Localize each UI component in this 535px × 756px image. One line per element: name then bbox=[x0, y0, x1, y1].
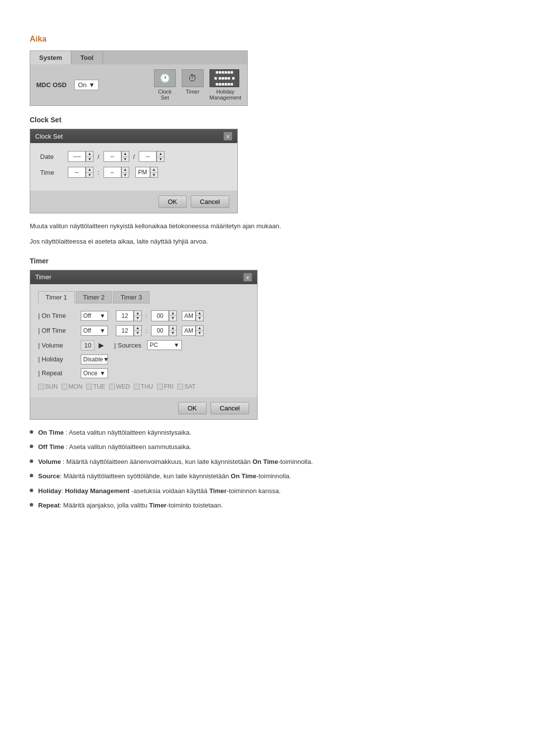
volume-label: | Volume bbox=[38, 342, 78, 349]
on-min-down[interactable]: ▼ bbox=[169, 316, 176, 321]
clock-set-ok[interactable]: OK bbox=[159, 196, 187, 208]
date-down2[interactable]: ▼ bbox=[122, 157, 129, 162]
wed-checkbox[interactable] bbox=[109, 384, 115, 390]
time-val1[interactable]: -- bbox=[68, 167, 86, 178]
fri-checkbox[interactable] bbox=[157, 384, 163, 390]
mdc-panel: System Tool MDC OSD On ▼ 🕐 ClockSet ⏱ Ti… bbox=[30, 50, 248, 106]
on-min[interactable]: 00 bbox=[151, 310, 169, 321]
off-ampm-up[interactable]: ▲ bbox=[196, 326, 203, 331]
sources-label: | Sources bbox=[114, 342, 141, 349]
date-spinner2[interactable]: ▲ ▼ bbox=[121, 151, 129, 162]
timer-tab-2[interactable]: Timer 2 bbox=[76, 291, 112, 303]
on-ampm[interactable]: AM bbox=[182, 311, 196, 321]
holiday-select[interactable]: Disable ▼ bbox=[81, 354, 108, 364]
date-spinner1[interactable]: ▲ ▼ bbox=[86, 151, 94, 162]
clock-set-subsection: Clock Set bbox=[30, 116, 505, 124]
on-min-spinner[interactable]: ▲ ▼ bbox=[169, 310, 177, 321]
sun-checkbox[interactable] bbox=[38, 384, 44, 390]
date-spinner3[interactable]: ▲ ▼ bbox=[157, 151, 164, 162]
mdc-osd-select[interactable]: On ▼ bbox=[74, 80, 98, 90]
on-ampm-down[interactable]: ▼ bbox=[196, 316, 203, 321]
off-hour-spinner[interactable]: ▲ ▼ bbox=[134, 325, 142, 336]
day-checkbox-row: SUN MON TUE WED THU FRI bbox=[38, 383, 249, 390]
timer-tab-1[interactable]: Timer 1 bbox=[38, 291, 75, 303]
volume-value[interactable]: 10 bbox=[81, 340, 95, 351]
timer-tab-3[interactable]: Timer 3 bbox=[113, 291, 150, 303]
bullet-volume: Volume : Määritä näyttölaitteen äänenvoi… bbox=[30, 457, 505, 467]
on-hour[interactable]: 12 bbox=[116, 310, 134, 321]
ampm-spinner[interactable]: ▲ ▼ bbox=[150, 167, 158, 178]
clock-set-icon-item[interactable]: 🕐 ClockSet bbox=[154, 69, 176, 101]
off-min-down[interactable]: ▼ bbox=[169, 331, 176, 336]
date-down1[interactable]: ▼ bbox=[86, 157, 93, 162]
on-hour-spinner[interactable]: ▲ ▼ bbox=[134, 310, 142, 321]
off-hour-down[interactable]: ▼ bbox=[134, 331, 141, 336]
bullet-holiday-text: Holiday: Holiday Management -asetuksia v… bbox=[38, 486, 281, 496]
ampm-down[interactable]: ▼ bbox=[151, 173, 158, 178]
off-ampm[interactable]: AM bbox=[182, 326, 196, 336]
clock-set-close[interactable]: x bbox=[223, 132, 232, 141]
day-sun: SUN bbox=[38, 383, 57, 390]
timer-icon-item[interactable]: ⏱ Timer bbox=[182, 69, 204, 101]
timer-cancel[interactable]: Cancel bbox=[211, 402, 249, 414]
fri-label: FRI bbox=[164, 383, 173, 390]
off-min[interactable]: 00 bbox=[151, 325, 169, 336]
sources-select[interactable]: PC ▼ bbox=[147, 340, 182, 350]
time-spinner1[interactable]: ▲ ▼ bbox=[86, 167, 94, 178]
thu-checkbox[interactable] bbox=[134, 384, 140, 390]
system-tab[interactable]: System bbox=[30, 51, 71, 64]
clock-set-cancel[interactable]: Cancel bbox=[191, 196, 229, 208]
date-up3[interactable]: ▲ bbox=[157, 151, 164, 157]
ampm-up[interactable]: ▲ bbox=[151, 167, 158, 173]
off-time-select[interactable]: Off ▼ bbox=[81, 326, 108, 336]
on-time-select[interactable]: Off ▼ bbox=[81, 311, 108, 321]
off-hour-up[interactable]: ▲ bbox=[134, 326, 141, 331]
mon-checkbox[interactable] bbox=[61, 384, 67, 390]
bullet-dot-6 bbox=[30, 503, 33, 506]
off-ampm-spinner[interactable]: ▲ ▼ bbox=[196, 325, 204, 336]
clock-set-titlebar: Clock Set x bbox=[30, 129, 237, 143]
off-time-value: Off bbox=[83, 327, 91, 334]
volume-increase-icon[interactable]: ▶ bbox=[99, 341, 104, 349]
on-ampm-up[interactable]: ▲ bbox=[196, 311, 203, 316]
bullet-source: Source: Määritä näyttölaitteen syöttöläh… bbox=[30, 471, 505, 481]
date-val1[interactable]: ---- bbox=[68, 151, 86, 162]
timer-ok[interactable]: OK bbox=[178, 402, 207, 414]
date-up1[interactable]: ▲ bbox=[86, 151, 93, 157]
on-min-group: 00 ▲ ▼ bbox=[151, 310, 177, 321]
time-ampm[interactable]: PM bbox=[135, 167, 150, 178]
section-title: Aika bbox=[30, 35, 505, 44]
on-ampm-spinner[interactable]: ▲ ▼ bbox=[196, 310, 204, 321]
repeat-select[interactable]: Once ▼ bbox=[81, 368, 108, 378]
holiday-icon-item[interactable]: ■■■■■■ ■ ■■■■ ■ ■■■■■■ HolidayManagement bbox=[210, 69, 241, 101]
tool-tab[interactable]: Tool bbox=[71, 51, 103, 64]
sat-checkbox[interactable] bbox=[177, 384, 183, 390]
on-hour-up[interactable]: ▲ bbox=[134, 311, 141, 316]
on-hour-down[interactable]: ▼ bbox=[134, 316, 141, 321]
tue-checkbox[interactable] bbox=[86, 384, 92, 390]
off-ampm-down[interactable]: ▼ bbox=[196, 331, 203, 336]
off-time-dropdown-icon: ▼ bbox=[100, 327, 106, 334]
date-val2[interactable]: -- bbox=[104, 151, 121, 162]
timer-titlebar: Timer x bbox=[30, 270, 257, 284]
mdc-content: MDC OSD On ▼ 🕐 ClockSet ⏱ Timer ■■■■■■ ■… bbox=[30, 64, 247, 105]
off-min-up[interactable]: ▲ bbox=[169, 326, 176, 331]
time-spinner2[interactable]: ▲ ▼ bbox=[121, 167, 129, 178]
time-up1[interactable]: ▲ bbox=[86, 167, 93, 173]
date-sep1: / bbox=[98, 153, 100, 160]
off-hour[interactable]: 12 bbox=[116, 325, 134, 336]
date-val3[interactable]: -- bbox=[139, 151, 157, 162]
timer-body: Timer 1 Timer 2 Timer 3 | On Time Off ▼ … bbox=[30, 284, 257, 397]
timer-close[interactable]: x bbox=[243, 273, 252, 282]
time-down1[interactable]: ▼ bbox=[86, 173, 93, 178]
holiday-label: | Holiday bbox=[38, 355, 78, 363]
bullet-repeat-text: Repeat: Määritä ajanjakso, jolla valittu… bbox=[38, 501, 223, 510]
time-down2[interactable]: ▼ bbox=[122, 173, 129, 178]
time-val2[interactable]: -- bbox=[104, 167, 121, 178]
off-min-spinner[interactable]: ▲ ▼ bbox=[169, 325, 177, 336]
date-up2[interactable]: ▲ bbox=[122, 151, 129, 157]
on-min-up[interactable]: ▲ bbox=[169, 311, 176, 316]
time-up2[interactable]: ▲ bbox=[122, 167, 129, 173]
holiday-dropdown-icon: ▼ bbox=[103, 356, 109, 363]
date-down3[interactable]: ▼ bbox=[157, 157, 164, 162]
